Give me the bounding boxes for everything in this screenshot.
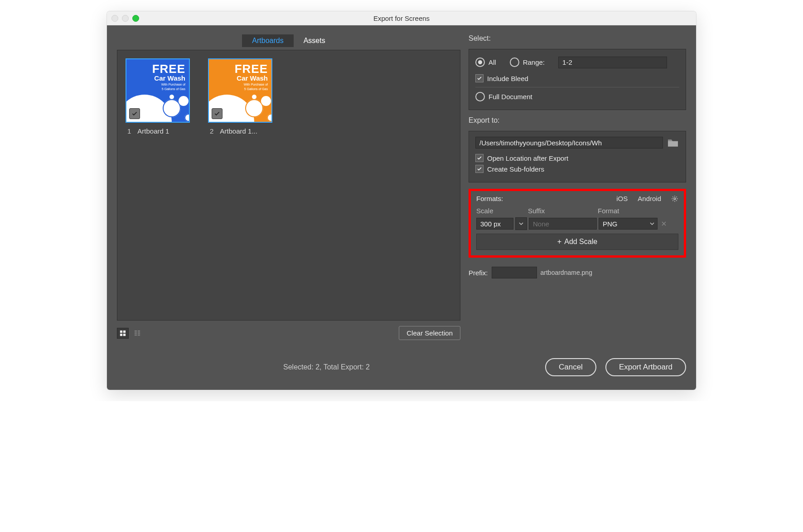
svg-rect-8 (135, 334, 137, 335)
svg-rect-7 (138, 332, 140, 334)
radio-all-label: All (489, 58, 496, 66)
artboard-thumbnail: FREE Car Wash With Purchase of 5 Gallons… (208, 58, 272, 123)
thumbnail-view-button[interactable] (117, 328, 129, 339)
add-scale-button[interactable]: + Add Scale (476, 234, 678, 250)
status-text: Selected: 2, Total Export: 2 (117, 363, 536, 371)
scale-dropdown-button[interactable] (515, 217, 527, 230)
export-artboard-button[interactable]: Export Artboard (605, 358, 686, 376)
svg-rect-9 (138, 334, 140, 335)
thumb-subhead: Car Wash (152, 74, 185, 82)
radio-range[interactable] (510, 58, 519, 67)
svg-rect-6 (135, 332, 137, 334)
window-title: Export for Screens (107, 14, 696, 22)
tab-artboards[interactable]: Artboards (242, 34, 293, 47)
gear-icon[interactable] (671, 195, 678, 202)
radio-full-document[interactable] (475, 92, 485, 101)
col-format-header: Format (598, 207, 657, 215)
checkbox-open-location[interactable] (475, 154, 484, 162)
svg-rect-1 (123, 330, 126, 332)
svg-rect-2 (120, 333, 122, 335)
range-input[interactable] (558, 57, 667, 68)
full-document-label: Full Document (489, 93, 532, 101)
radio-range-label: Range: (523, 58, 545, 66)
svg-rect-3 (123, 333, 126, 335)
select-label: Select: (469, 34, 686, 43)
artboard-index: 2 (210, 127, 213, 135)
artboard-item[interactable]: FREE Car Wash With Purchase of 5 Gallons… (126, 58, 190, 135)
tab-bar: Artboards Assets (117, 34, 460, 47)
thumb-subhead: Car Wash (235, 74, 268, 82)
col-suffix-header: Suffix (528, 207, 596, 215)
col-scale-header: Scale (476, 207, 526, 215)
scale-input[interactable] (476, 218, 513, 230)
svg-rect-0 (120, 330, 122, 332)
export-to-panel: Open Location after Export Create Sub-fo… (469, 131, 686, 182)
prefix-label: Prefix: (469, 269, 488, 277)
add-scale-label: Add Scale (564, 238, 597, 246)
svg-rect-4 (135, 330, 137, 331)
svg-rect-5 (138, 330, 140, 331)
tab-assets[interactable]: Assets (294, 34, 335, 47)
thumb-headline: FREE (152, 64, 185, 74)
preset-ios-button[interactable]: iOS (616, 195, 628, 202)
suffix-input[interactable] (529, 218, 597, 230)
artboard-item[interactable]: FREE Car Wash With Purchase of 5 Gallons… (208, 58, 272, 135)
artboard-selected-checkbox[interactable] (129, 108, 140, 119)
preset-android-button[interactable]: Android (638, 195, 661, 202)
include-bleed-label: Include Bleed (487, 75, 528, 82)
create-subfolders-label: Create Sub-folders (487, 165, 544, 173)
cancel-button[interactable]: Cancel (545, 358, 596, 376)
export-for-screens-window: Export for Screens Artboards Assets FREE… (107, 11, 696, 390)
titlebar: Export for Screens (107, 11, 696, 25)
prefix-input[interactable] (492, 267, 537, 278)
open-location-label: Open Location after Export (487, 154, 568, 162)
format-select[interactable]: PNG (599, 218, 658, 230)
artboard-thumbnail: FREE Car Wash With Purchase of 5 Gallons… (126, 58, 190, 123)
checkbox-create-subfolders[interactable] (475, 165, 484, 173)
prefix-example: artboardname.png (541, 269, 592, 276)
formats-label: Formats: (476, 195, 503, 202)
export-path-input[interactable] (475, 137, 663, 149)
artboard-index: 1 (127, 127, 131, 135)
artboard-label: Artboard 1... (220, 127, 257, 135)
plus-icon: + (557, 238, 561, 246)
folder-icon[interactable] (667, 138, 679, 148)
radio-all[interactable] (475, 58, 485, 67)
chevron-down-icon (650, 221, 654, 226)
remove-format-row-button[interactable] (659, 220, 668, 228)
list-view-button[interactable] (131, 328, 143, 339)
export-to-label: Export to: (469, 116, 686, 125)
format-value: PNG (603, 220, 618, 228)
artboard-selected-checkbox[interactable] (212, 108, 223, 119)
svg-point-10 (674, 198, 676, 200)
artboard-label: Artboard 1 (137, 127, 169, 135)
formats-panel: Formats: iOS Android Scale Suffix Format (469, 189, 686, 258)
thumb-headline: FREE (235, 64, 268, 74)
checkbox-include-bleed[interactable] (475, 74, 484, 82)
clear-selection-button[interactable]: Clear Selection (399, 326, 460, 340)
artboards-panel: FREE Car Wash With Purchase of 5 Gallons… (117, 50, 460, 321)
select-panel: All Range: Include Bleed (469, 49, 686, 110)
